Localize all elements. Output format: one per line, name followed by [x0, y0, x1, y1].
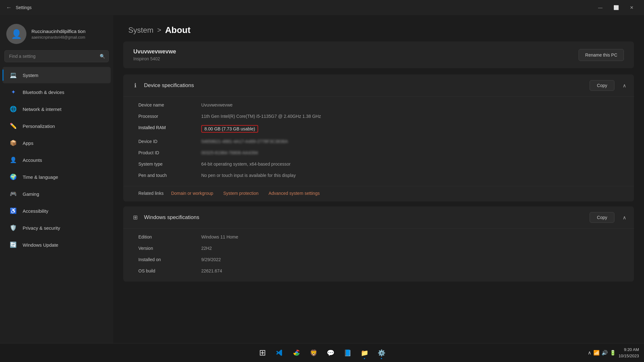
user-section: 👤 Ruccinaucinhdilpilfica tion aaeinicnpi… — [0, 15, 113, 50]
spec-row-device-name: Device name Uvuvwevwevwe — [138, 99, 626, 111]
back-button[interactable]: ← — [5, 4, 13, 11]
related-link-protection[interactable]: System protection — [223, 191, 258, 196]
pc-name: Uvuvwevwevwe — [133, 48, 176, 55]
sidebar-item-time[interactable]: 🌍 Time & language — [3, 169, 111, 185]
main-area: 👤 Ruccinaucinhdilpilfica tion aaeinicnpi… — [0, 15, 644, 343]
chevron-up-icon2: ∧ — [623, 215, 626, 221]
breadcrumb-separator: > — [157, 26, 161, 34]
chevron-up-icon: ∧ — [623, 83, 626, 89]
search-icon: 🔍 — [100, 54, 105, 59]
windows-specs-section: ⊞ Windows specifications Copy ∧ Edition … — [123, 206, 634, 282]
related-links-label: Related links — [138, 191, 164, 196]
sidebar-item-gaming[interactable]: 🎮 Gaming — [3, 186, 111, 202]
sidebar: 👤 Ruccinaucinhdilpilfica tion aaeinicnpi… — [0, 15, 113, 343]
spec-label: Processor — [138, 114, 201, 119]
spec-value: 54658621-4881-4A17-A489-2778F3C3836A — [201, 139, 626, 144]
search-input[interactable] — [4, 50, 109, 62]
spec-label: System type — [138, 162, 201, 167]
apps-icon: 📦 — [9, 139, 18, 147]
sidebar-item-label: Apps — [23, 140, 33, 146]
spec-value: 9/29/2022 — [201, 257, 626, 262]
taskbar-brave[interactable]: 🦁 — [306, 345, 321, 360]
windows-specs-copy-button[interactable]: Copy — [590, 212, 614, 223]
window-controls: — ⬜ ✕ — [593, 3, 639, 13]
taskbar-word[interactable]: 📘 — [340, 345, 355, 360]
windows-specs-header[interactable]: ⊞ Windows specifications Copy ∧ — [123, 206, 634, 229]
search-bar[interactable]: 🔍 — [4, 50, 109, 62]
system-tray-icons: ∧ 📶 🔊 🔋 — [588, 350, 616, 356]
sidebar-item-privacy[interactable]: 🛡️ Privacy & security — [3, 220, 111, 236]
spec-value: 22H2 — [201, 246, 626, 251]
content-area: System > About Uvuvwevwevwe Inspiron 540… — [113, 15, 644, 343]
breadcrumb-parent: System — [128, 26, 153, 35]
pc-name-info: Uvuvwevwevwe Inspiron 5402 — [133, 48, 176, 61]
spec-label: OS build — [138, 268, 201, 273]
spec-row-edition: Edition Windows 11 Home — [138, 231, 626, 243]
spec-value: 64-bit operating system, x64-based proce… — [201, 162, 626, 167]
taskbar-whatsapp[interactable]: 💬 — [323, 345, 338, 360]
accessibility-icon: ♿ — [9, 206, 18, 215]
taskbar: ⊞ 🦁 💬 📘 📁 ⚙️ ∧ 📶 🔊 🔋 9:20 AM 10/15/2023 — [0, 343, 644, 362]
spec-label: Device ID — [138, 139, 201, 144]
clock-time: 9:20 AM — [619, 347, 639, 353]
taskbar-chrome[interactable] — [289, 345, 304, 360]
related-link-domain[interactable]: Domain or workgroup — [171, 191, 213, 196]
device-specs-header[interactable]: ℹ Device specifications Copy ∧ — [123, 74, 634, 97]
sidebar-item-label: Personalization — [23, 123, 55, 129]
volume-icon[interactable]: 🔊 — [602, 350, 608, 356]
taskbar-start-button[interactable]: ⊞ — [255, 345, 270, 360]
pc-model: Inspiron 5402 — [133, 56, 176, 61]
user-info: Ruccinaucinhdilpilfica tion aaeinicnpina… — [31, 29, 86, 40]
sidebar-item-personalization[interactable]: ✏️ Personalization — [3, 118, 111, 134]
windows-spec-rows: Edition Windows 11 Home Version 22H2 Ins… — [123, 229, 634, 282]
spec-label: Device name — [138, 102, 201, 107]
sidebar-item-network[interactable]: 🌐 Network & internet — [3, 101, 111, 117]
sidebar-item-bluetooth[interactable]: ✦ Bluetooth & devices — [3, 84, 111, 100]
spec-row-pen-touch: Pen and touch No pen or touch input is a… — [138, 170, 626, 181]
wifi-icon[interactable]: 📶 — [593, 350, 600, 356]
minimize-button[interactable]: — — [593, 3, 608, 13]
rename-pc-button[interactable]: Rename this PC — [579, 49, 624, 61]
spec-value: 11th Gen Intel(R) Core(TM) i5-1135G7 @ 2… — [201, 114, 626, 119]
related-link-advanced[interactable]: Advanced system settings — [269, 191, 320, 196]
battery-icon[interactable]: 🔋 — [610, 350, 616, 356]
spec-row-product-id: Product ID 00325-81984-76806-AA4394 — [138, 147, 626, 158]
related-links: Related links Domain or workgroup System… — [123, 186, 634, 201]
chevron-up-icon[interactable]: ∧ — [588, 350, 591, 356]
close-button[interactable]: ✕ — [625, 3, 639, 13]
sidebar-item-label: Accounts — [23, 157, 42, 163]
taskbar-vscode[interactable] — [272, 345, 287, 360]
spec-label: Edition — [138, 234, 201, 239]
sidebar-item-system[interactable]: 💻 System — [3, 67, 111, 83]
sidebar-item-accounts[interactable]: 👤 Accounts — [3, 152, 111, 168]
network-icon: 🌐 — [9, 105, 18, 113]
breadcrumb-current: About — [165, 25, 191, 35]
sidebar-item-apps[interactable]: 📦 Apps — [3, 135, 111, 151]
sidebar-item-accessibility[interactable]: ♿ Accessibility — [3, 203, 111, 219]
system-icon: 💻 — [9, 71, 18, 80]
sidebar-item-label: Gaming — [23, 191, 39, 197]
titlebar-title: Settings — [16, 5, 593, 10]
time-icon: 🌍 — [9, 173, 18, 181]
taskbar-clock[interactable]: 9:20 AM 10/15/2023 — [619, 347, 639, 359]
sidebar-item-update[interactable]: 🔄 Windows Update — [3, 237, 111, 253]
spec-row-ram: Installed RAM 8.00 GB (7.73 GB usable) — [138, 122, 626, 136]
spec-row-version: Version 22H2 — [138, 243, 626, 254]
spec-value: 22621.674 — [201, 268, 626, 273]
privacy-icon: 🛡️ — [9, 223, 18, 232]
taskbar-explorer[interactable]: 📁 — [357, 345, 372, 360]
gaming-icon: 🎮 — [9, 189, 18, 198]
sidebar-item-label: Windows Update — [23, 242, 58, 248]
taskbar-center: ⊞ 🦁 💬 📘 📁 ⚙️ — [255, 345, 389, 360]
spec-value: 00325-81984-76806-AA4394 — [201, 150, 626, 155]
taskbar-settings-app[interactable]: ⚙️ — [374, 345, 389, 360]
ram-highlight-box: 8.00 GB (7.73 GB usable) — [201, 125, 258, 133]
spec-label: Product ID — [138, 150, 201, 155]
spec-label: Pen and touch — [138, 173, 201, 178]
sidebar-item-label: System — [23, 73, 38, 78]
maximize-button[interactable]: ⬜ — [609, 3, 623, 13]
device-specs-title: Device specifications — [144, 82, 585, 89]
spec-value: Windows 11 Home — [201, 234, 626, 239]
spec-label: Installed RAM — [138, 125, 201, 130]
device-specs-copy-button[interactable]: Copy — [590, 80, 614, 91]
